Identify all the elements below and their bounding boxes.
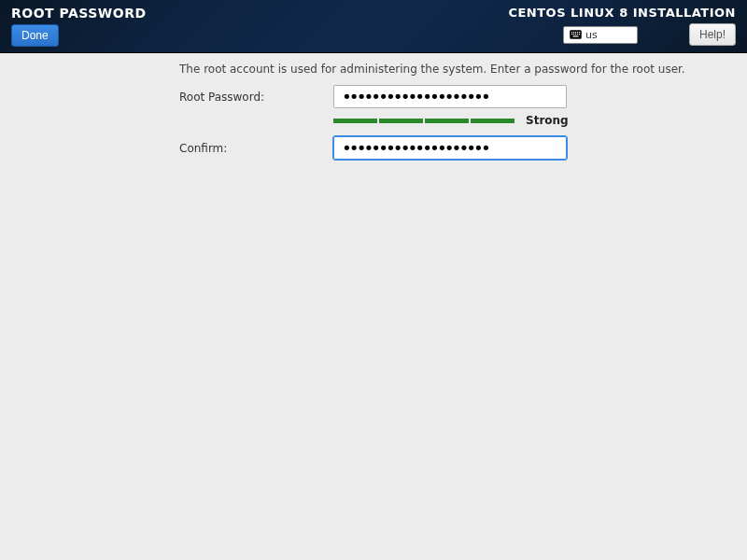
keyboard-layout-indicator[interactable]: us [563, 26, 638, 44]
page-title: ROOT PASSWORD [11, 6, 147, 21]
strength-segment [333, 119, 377, 123]
svg-rect-9 [577, 34, 578, 35]
header-right: CENTOS LINUX 8 INSTALLATION us [508, 6, 736, 46]
svg-rect-4 [577, 32, 578, 33]
confirm-password-input[interactable] [333, 136, 567, 160]
password-strength-meter [333, 119, 514, 123]
password-strength-label: Strong [526, 114, 569, 127]
confirm-password-label: Confirm: [179, 142, 333, 155]
installer-title: CENTOS LINUX 8 INSTALLATION [508, 6, 736, 20]
svg-rect-3 [575, 32, 576, 33]
strength-segment [425, 119, 469, 123]
keyboard-layout-text: us [585, 29, 598, 41]
header-bar: ROOT PASSWORD Done CENTOS LINUX 8 INSTAL… [0, 0, 747, 53]
svg-rect-8 [575, 34, 576, 35]
strength-segment [379, 119, 423, 123]
svg-rect-6 [571, 34, 572, 35]
header-right-row: us Help! [563, 23, 736, 46]
root-password-input[interactable] [333, 85, 567, 108]
svg-rect-11 [572, 35, 578, 36]
svg-rect-2 [573, 32, 574, 33]
header-left: ROOT PASSWORD Done [11, 6, 147, 47]
root-password-label: Root Password: [179, 91, 333, 104]
content-area: The root account is used for administeri… [0, 53, 747, 160]
svg-rect-1 [571, 32, 572, 33]
description-text: The root account is used for administeri… [179, 63, 747, 76]
help-button[interactable]: Help! [689, 23, 736, 46]
strength-segment [471, 119, 514, 123]
root-password-row: Root Password: [179, 85, 747, 108]
confirm-password-row: Confirm: [179, 136, 747, 160]
svg-rect-7 [573, 34, 574, 35]
svg-rect-10 [579, 34, 580, 35]
done-button[interactable]: Done [11, 24, 59, 47]
svg-rect-5 [579, 32, 580, 33]
password-strength-row: Strong [333, 114, 747, 127]
keyboard-icon [570, 30, 582, 39]
